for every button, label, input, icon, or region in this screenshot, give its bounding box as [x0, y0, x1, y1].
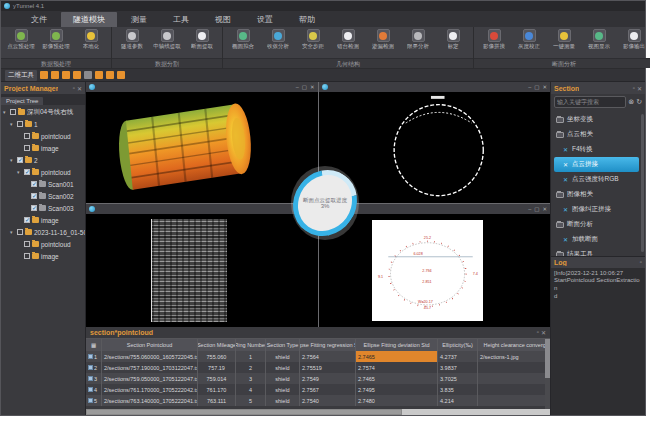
table-row[interactable]: 4 2/sections/761.170000_1705222042.txt 7…	[86, 384, 550, 395]
table-horizontal-scrollbar[interactable]	[86, 409, 550, 415]
tree-node[interactable]: ▾ pointcloud	[1, 130, 85, 142]
ribbon-button[interactable]: 一键测量	[548, 29, 580, 50]
table-vertical-scrollbar[interactable]	[545, 339, 550, 409]
tree-checkbox[interactable]	[24, 217, 30, 223]
quickbar-tool-icon[interactable]	[51, 71, 59, 79]
pointcloud-canvas[interactable]	[86, 92, 318, 203]
quickbar-tool-icon[interactable]	[106, 71, 114, 79]
ribbon-button[interactable]: 椭圆拟合	[227, 29, 259, 50]
tree-node[interactable]: ▾ 2	[1, 154, 85, 166]
menu-tab[interactable]: 工具	[161, 12, 201, 27]
col-section-pointcloud[interactable]: Section Pointcloud	[102, 339, 198, 351]
ribbon-button[interactable]: 错台检测	[332, 29, 364, 50]
panel-pin-icon[interactable]: ▫	[73, 85, 75, 92]
quickbar-tool-icon[interactable]	[117, 71, 125, 79]
col-select[interactable]: ▦	[86, 339, 102, 351]
function-list-scrollbar[interactable]	[641, 114, 644, 252]
viewport-min-icon[interactable]: ‒	[528, 206, 531, 212]
function-list-item[interactable]: ✕ 图像纠正拼接	[554, 202, 639, 217]
row-checkbox[interactable]	[88, 376, 93, 381]
menu-tab[interactable]: 测量	[119, 12, 159, 27]
row-checkbox[interactable]	[88, 354, 93, 359]
ribbon-button[interactable]: 灰度校正	[513, 29, 545, 50]
tree-node[interactable]: ▾ image	[1, 214, 85, 226]
row-checkbox[interactable]	[88, 365, 93, 370]
col-ring-number[interactable]: Ring Number	[236, 339, 266, 351]
panel-close-icon[interactable]: ✕	[77, 85, 82, 92]
table-close-icon[interactable]: ✕	[541, 329, 546, 336]
viewport-max-icon[interactable]: ▢	[534, 206, 539, 212]
tree-node[interactable]: ▾ 深圳04号线右线	[1, 106, 85, 118]
viewport-min-icon[interactable]: ‒	[528, 84, 531, 90]
ribbon-button[interactable]: 影像预处理	[40, 29, 72, 50]
row-checkbox[interactable]	[88, 387, 93, 392]
viewport-close-icon[interactable]: ✕	[542, 84, 547, 90]
tree-expander-icon[interactable]: ▾	[10, 121, 15, 127]
function-list-item[interactable]: ✕ 点云强度转RGB	[554, 172, 639, 187]
tree-checkbox[interactable]	[17, 157, 23, 163]
menu-tab[interactable]: 设置	[245, 12, 285, 27]
tree-checkbox[interactable]	[31, 181, 37, 187]
tree-node[interactable]: ▾ pointcloud	[1, 238, 85, 250]
tree-checkbox[interactable]	[31, 205, 37, 211]
ribbon-button[interactable]: 影像输出	[618, 29, 650, 50]
col-ellipticity[interactable]: Ellipticity(‰)	[438, 339, 478, 351]
tree-node[interactable]: ▾ Scan001	[1, 178, 85, 190]
section-pin-icon[interactable]: ▫	[633, 85, 635, 92]
tree-checkbox[interactable]	[17, 121, 23, 127]
tree-node[interactable]: ▾ image	[1, 250, 85, 262]
col-fitting-regression[interactable]: Ellipse Fitting regression Std	[300, 339, 356, 351]
tree-checkbox[interactable]	[31, 193, 37, 199]
col-height-clearance[interactable]: Height clearance convergence fit	[478, 339, 550, 351]
ribbon-button[interactable]: 收敛分析	[262, 29, 294, 50]
tree-expander-icon[interactable]: ▾	[3, 109, 8, 115]
ribbon-button[interactable]: 隧道参数	[116, 29, 148, 50]
ribbon-button[interactable]: 影像拼接	[478, 29, 510, 50]
ribbon-button[interactable]: 限界分析	[402, 29, 434, 50]
col-section-type[interactable]: Section Type	[266, 339, 300, 351]
table-row[interactable]: 2 2/sections/757.190000_1703122047.txt 7…	[86, 362, 550, 373]
quickbar-tool-icon[interactable]	[84, 71, 92, 79]
function-list-item[interactable]: ✕ F4转换	[554, 142, 639, 157]
viewport-close-icon[interactable]: ✕	[542, 206, 547, 212]
quickbar-tool-icon[interactable]	[73, 71, 81, 79]
table-row[interactable]: 5 2/sections/763.140000_1705222041.txt 7…	[86, 395, 550, 406]
function-list-item[interactable]: ✕ 坐标变换	[554, 112, 639, 127]
viewport-max-icon[interactable]: ▢	[302, 84, 307, 90]
viewport-gray-image[interactable]: ‒ ▢ ✕	[86, 204, 318, 327]
menu-tab[interactable]: 帮助	[287, 12, 327, 27]
section-close-icon[interactable]: ✕	[637, 85, 642, 92]
tree-checkbox[interactable]	[24, 169, 30, 175]
table-row[interactable]: 3 2/sections/759.050000_1705122047.txt 7…	[86, 373, 550, 384]
ribbon-button[interactable]: 视图显示	[583, 29, 615, 50]
menu-tab[interactable]: 视图	[203, 12, 243, 27]
function-list-item[interactable]: ✕ 点云相关	[554, 127, 639, 142]
tree-checkbox[interactable]	[24, 145, 30, 151]
ribbon-button[interactable]: 标定	[437, 29, 469, 50]
ribbon-button[interactable]: 本地化	[75, 29, 107, 50]
quickbar-tool-icon[interactable]	[62, 71, 70, 79]
quickbar-tool-icon[interactable]	[95, 71, 103, 79]
menu-tab[interactable]: 隧道模块	[61, 12, 117, 27]
tree-checkbox[interactable]	[10, 109, 16, 115]
quickbar-tool-icon[interactable]	[40, 71, 48, 79]
ribbon-button[interactable]: 断面提取	[186, 29, 218, 50]
search-input[interactable]	[554, 96, 626, 108]
function-list-item[interactable]: ✕ 图像相关	[554, 187, 639, 202]
viewport-close-icon[interactable]: ✕	[310, 84, 315, 90]
clear-search-icon[interactable]: ⊗	[628, 98, 634, 106]
project-tree-tab[interactable]: Project Tree	[1, 94, 85, 105]
tree-node[interactable]: ▾ image	[1, 142, 85, 154]
viewport-min-icon[interactable]: ‒	[296, 84, 299, 90]
row-checkbox[interactable]	[88, 398, 93, 403]
log-pin-icon[interactable]: ▫	[640, 259, 642, 265]
table-row[interactable]: 1 2/sections/755.060000_1605722045.txt 7…	[86, 351, 550, 362]
tree-checkbox[interactable]	[24, 133, 30, 139]
col-section-mileage[interactable]: Section Mileage	[198, 339, 236, 351]
menu-tab[interactable]: 文件	[19, 12, 59, 27]
tree-node[interactable]: ▾ pointcloud	[1, 166, 85, 178]
viewport-max-icon[interactable]: ▢	[534, 84, 539, 90]
function-list-item[interactable]: ✕ 断面分析	[554, 217, 639, 232]
ribbon-button[interactable]: 安全步距	[297, 29, 329, 50]
table-pin-icon[interactable]: ▫	[537, 329, 539, 336]
